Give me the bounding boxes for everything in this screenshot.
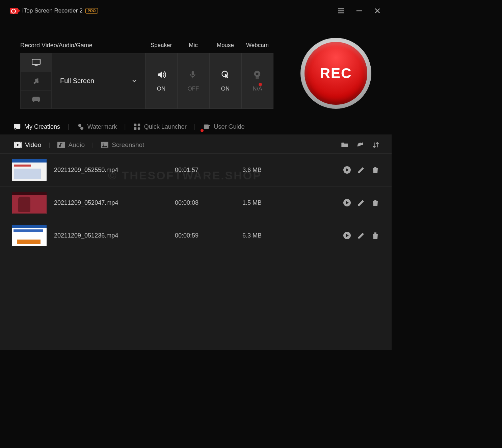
image-icon [101,142,108,148]
svg-rect-17 [204,125,209,129]
record-button[interactable]: REC [305,42,367,105]
quick-launcher-tab[interactable]: Quick Launcher [130,121,190,132]
nav-separator: | [193,123,197,130]
delete-button[interactable] [371,231,379,240]
webcam-status: N/A [253,85,262,92]
svg-rect-8 [256,77,259,79]
play-button[interactable] [343,199,351,207]
mouse-status: ON [221,85,230,92]
nav-separator: | [66,123,71,130]
webcam-disabled-dot-icon [259,83,262,86]
my-creations-tab[interactable]: My Creations [10,121,63,132]
app-logo-icon [10,8,18,14]
source-audio-tab[interactable] [20,72,52,90]
file-size: 6.3 MB [242,232,343,239]
user-guide-tab[interactable]: User Guide [200,121,248,132]
monitor-icon [32,59,41,66]
file-size: 3.6 MB [242,167,343,174]
chevron-down-icon [132,79,137,83]
file-row[interactable]: 20211209_052550.mp4 00:01:57 3.6 MB [0,154,392,186]
mic-toggle[interactable]: OFF [177,53,209,109]
my-creations-label: My Creations [24,123,60,130]
mid-nav: My Creations | Watermark | Quick Launche… [0,119,392,134]
speaker-status: ON [157,85,166,92]
open-folder-button[interactable] [341,141,348,149]
refresh-button[interactable] [356,141,364,149]
svg-rect-19 [15,143,16,143]
webcam-header: Webcam [241,42,273,53]
delete-button[interactable] [371,166,379,174]
main-panel: Record Video/Audio/Game Speaker Mic Mous… [0,22,392,119]
svg-point-12 [80,127,83,130]
watermark-icon [77,123,84,130]
file-row[interactable]: 20211209_051236.mp4 00:00:59 6.3 MB [0,219,392,252]
region-label: Full Screen [60,77,132,85]
watermark-label: Watermark [87,123,117,130]
film-icon [14,142,22,148]
file-name: 20211209_051236.mp4 [47,232,175,239]
svg-point-7 [256,73,258,75]
svg-point-25 [103,143,104,145]
cursor-click-icon [220,70,231,79]
video-filter-label: Video [25,141,41,149]
guide-icon [203,123,211,130]
file-duration: 00:01:57 [175,167,242,174]
pro-badge: PRO [85,8,98,14]
edit-button[interactable] [357,166,365,174]
edit-button[interactable] [357,199,365,207]
video-filter-tab[interactable]: Video [12,141,43,149]
file-size: 1.5 MB [242,199,343,206]
tab-separator: | [92,142,94,148]
file-name: 20211209_052550.mp4 [47,167,175,174]
file-thumbnail [12,192,47,214]
mic-icon [188,70,199,79]
record-label: REC [320,65,352,81]
source-game-tab[interactable] [20,90,52,109]
speaker-header: Speaker [145,42,177,53]
play-button[interactable] [343,166,351,174]
svg-rect-14 [138,124,140,126]
svg-rect-0 [32,59,40,64]
file-name: 20211209_052047.mp4 [47,199,175,206]
mic-status: OFF [188,85,199,92]
svg-rect-20 [15,147,16,148]
notification-dot-icon [201,129,204,132]
svg-rect-15 [134,127,136,130]
launcher-icon [133,123,141,130]
minimize-button[interactable] [355,7,363,15]
svg-point-11 [78,124,81,127]
app-title: iTop Screen Recorder 2 [22,7,83,14]
menu-button[interactable] [337,7,345,15]
play-button[interactable] [343,231,351,240]
mic-header: Mic [177,42,209,53]
delete-button[interactable] [371,199,379,207]
webcam-toggle[interactable]: N/A [241,53,273,109]
speaker-toggle[interactable]: ON [145,53,177,109]
svg-point-2 [33,82,35,84]
webcam-icon [253,70,263,79]
svg-rect-23 [57,142,65,148]
tab-separator: | [49,142,50,148]
record-button-wrap: REC [300,38,371,109]
audio-filter-tab[interactable]: Audio [55,141,87,149]
gamepad-icon [32,96,41,103]
close-button[interactable] [373,7,381,15]
region-select[interactable]: Full Screen [52,53,145,109]
source-screen-tab[interactable] [20,53,52,72]
mouse-header: Mouse [209,42,241,53]
file-row[interactable]: 20211209_052047.mp4 00:00:08 1.5 MB [0,186,392,219]
audio-file-icon [57,142,65,148]
screenshot-filter-tab[interactable]: Screenshot [99,141,146,149]
file-thumbnail [12,225,47,246]
screenshot-filter-label: Screenshot [112,141,144,149]
svg-point-10 [15,128,17,130]
edit-button[interactable] [357,231,365,240]
creations-icon [14,123,21,130]
file-list-panel: Video | Audio | Screenshot [0,134,392,350]
mouse-toggle[interactable]: ON [209,53,241,109]
music-icon [32,77,41,85]
audio-filter-label: Audio [68,141,85,149]
watermark-tab[interactable]: Watermark [73,121,120,132]
svg-rect-22 [20,147,21,148]
sort-button[interactable] [372,141,379,149]
